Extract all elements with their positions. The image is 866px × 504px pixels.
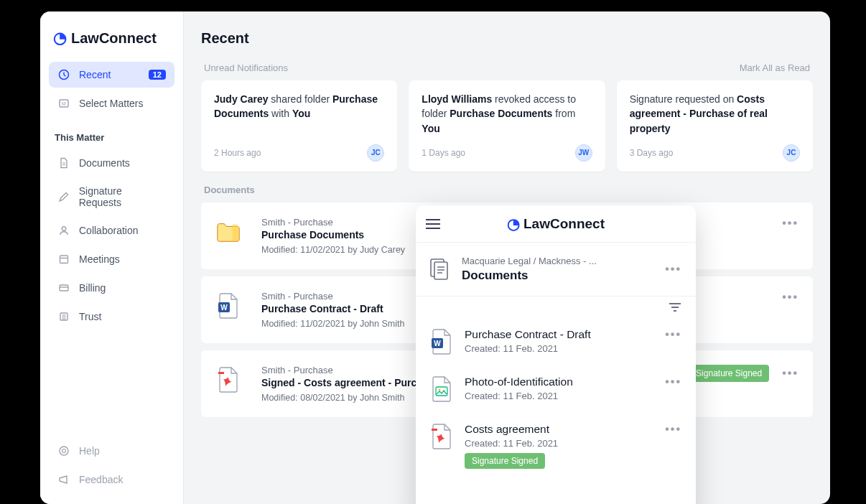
mobile-breadcrumb: Macquarie Legal / Mackness - ... [462,256,597,266]
sidebar-item-collaboration[interactable]: Collaboration [49,218,174,243]
sidebar-item-help[interactable]: Help [49,438,174,464]
sidebar-item-billing[interactable]: Billing [49,275,174,301]
notification-time: 3 Days ago [630,148,674,158]
svg-rect-21 [434,262,447,279]
avatar: JC [783,144,800,162]
svg-rect-6 [60,256,68,263]
matter-icon: M [57,97,70,110]
mobile-item-more-icon[interactable]: ••• [665,423,681,436]
sidebar-item-signature-requests[interactable]: Signature Requests [49,179,174,215]
mobile-item-title: Costs agreement [465,423,653,436]
hamburger-menu-icon[interactable] [426,219,440,229]
svg-rect-32 [432,429,437,431]
sidebar-item-recent[interactable]: Recent12 [49,62,174,88]
mobile-list-item[interactable]: WPurchase Contract - DraftCreated: 11 Fe… [416,318,696,365]
file-icon: W [430,328,453,355]
notification-text: Signature requested on Costs agreement -… [630,92,800,136]
svg-rect-8 [60,285,68,291]
nav-label: Collaboration [79,225,139,236]
mobile-item-more-icon[interactable]: ••• [665,375,681,388]
sidebar-item-feedback[interactable]: Feedback [49,467,174,493]
mobile-item-title: Photo-of-Identification [465,375,653,388]
nav-label: Documents [79,157,130,169]
status-badge: Signature Signed [465,453,545,469]
nav-label: Meetings [79,253,120,265]
document-icon [57,157,70,169]
mobile-preview: ◔ LawConnect Macquarie Legal / Mackness … [416,205,696,504]
bank-icon [57,310,70,323]
notification-time: 2 Hours ago [214,148,261,158]
nav-label: Billing [79,282,106,294]
documents-heading: Documents [204,185,813,195]
avatar: JC [367,144,384,162]
notifications-heading: Unread Notifications [204,62,288,73]
sidebar-item-documents[interactable]: Documents [49,150,174,176]
help-icon [57,444,70,457]
app-logo: ◔ LawConnect [49,29,174,62]
nav-label: Select Matters [79,98,143,109]
mobile-list-item[interactable]: Costs agreementCreated: 11 Feb. 2021Sign… [416,413,696,479]
mobile-title: Documents [462,269,597,283]
svg-text:W: W [434,340,441,347]
person-icon [57,224,70,237]
svg-rect-19 [218,372,224,374]
calendar-icon [57,253,70,266]
notification-text: Lloyd Williams revoked access to folder … [422,92,592,136]
sidebar-item-select-matters[interactable]: MSelect Matters [49,90,174,116]
nav-label: Help [79,445,100,457]
clock-icon [57,68,70,81]
mobile-item-title: Purchase Contract - Draft [465,328,653,341]
filter-icon[interactable] [669,302,681,312]
notification-card[interactable]: Judy Carey shared folder Purchase Docume… [201,80,397,172]
mobile-item-more-icon[interactable]: ••• [665,328,681,341]
file-icon [215,365,241,395]
mobile-logo: ◔ LawConnect [507,215,605,233]
mark-all-read-button[interactable]: Mark All as Read [740,62,810,73]
svg-point-5 [62,227,66,231]
row-more-icon[interactable]: ••• [782,217,799,230]
svg-point-31 [439,389,441,391]
documents-icon [430,258,449,280]
nav-label: Feedback [79,474,123,485]
svg-rect-16 [233,224,238,241]
mobile-item-meta: Created: 11 Feb. 2021 [465,391,653,401]
file-icon: W [215,291,241,321]
svg-point-14 [60,447,68,455]
logo-mark-icon: ◔ [53,29,67,47]
notification-card[interactable]: Signature requested on Costs agreement -… [617,80,813,172]
nav-label: Recent [79,69,111,80]
file-icon [430,375,453,403]
sidebar: ◔ LawConnect Recent12MSelect Matters Thi… [40,11,184,504]
page-title: Recent [201,30,813,47]
sidebar-item-trust[interactable]: Trust [49,304,174,330]
svg-point-15 [62,449,66,453]
row-more-icon[interactable]: ••• [782,291,799,304]
mobile-list-item[interactable]: Photo-of-IdentificationCreated: 11 Feb. … [416,365,696,413]
mobile-item-meta: Created: 11 Feb. 2021 [465,343,653,354]
svg-text:M: M [62,101,66,106]
file-icon [430,423,453,450]
notification-time: 1 Days ago [422,148,465,158]
pen-icon [57,190,70,203]
svg-text:W: W [220,304,228,312]
sidebar-item-meetings[interactable]: Meetings [49,246,174,272]
nav-label: Signature Requests [79,185,166,208]
nav-badge: 12 [149,70,166,80]
notification-card[interactable]: Lloyd Williams revoked access to folder … [409,80,605,172]
sidebar-section-label: This Matter [49,119,174,150]
avatar: JW [575,144,592,162]
status-badge: Signature Signed [689,365,769,382]
mobile-item-meta: Created: 11 Feb. 2021 [465,438,653,449]
nav-label: Trust [79,311,101,322]
notification-text: Judy Carey shared folder Purchase Docume… [214,92,384,121]
mobile-header-more-icon[interactable]: ••• [665,263,681,276]
app-name: LawConnect [71,30,157,47]
file-icon [215,217,241,247]
card-icon [57,281,70,294]
feedback-icon [57,473,70,486]
row-more-icon[interactable]: ••• [782,367,799,380]
logo-mark-icon: ◔ [507,215,520,233]
